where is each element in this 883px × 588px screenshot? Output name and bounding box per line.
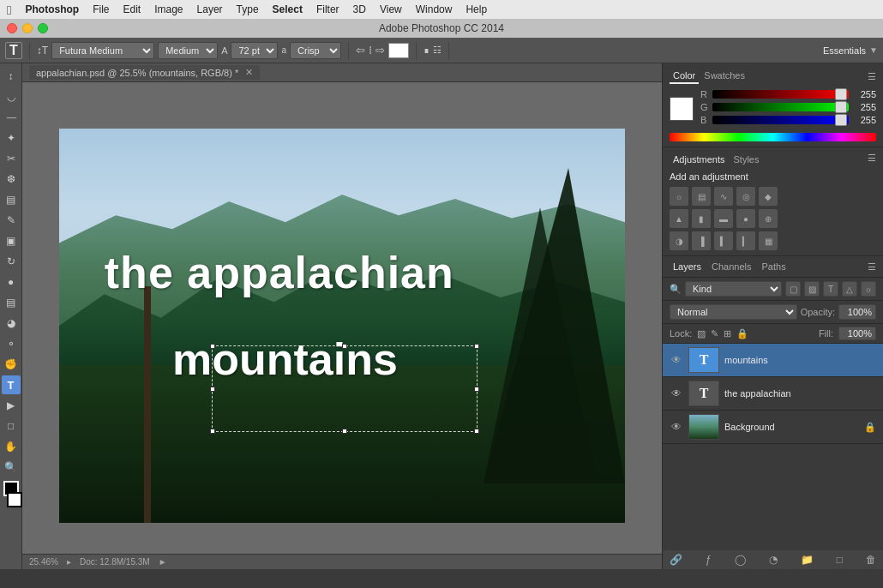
anti-alias-select[interactable]: Crisp: [290, 42, 341, 59]
menu-type[interactable]: Type: [237, 3, 259, 15]
levels-icon[interactable]: ▤: [692, 187, 711, 206]
gradient-map-icon[interactable]: ▎: [736, 231, 755, 250]
green-slider-thumb[interactable]: [835, 101, 847, 113]
color-panel-menu-icon[interactable]: ☰: [868, 71, 876, 82]
lock-image-icon[interactable]: ✎: [711, 328, 718, 339]
apple-menu[interactable]: : [7, 3, 11, 17]
align-right-icon[interactable]: ⇨: [375, 44, 385, 57]
selective-color-icon[interactable]: ▦: [759, 231, 778, 250]
layer-smart-icon[interactable]: ☼: [861, 281, 876, 297]
menu-3d[interactable]: 3D: [353, 3, 366, 15]
blue-slider[interactable]: [712, 116, 849, 124]
add-mask-icon[interactable]: ◯: [735, 554, 746, 566]
tab-paths[interactable]: Paths: [759, 260, 790, 273]
invert-icon[interactable]: ◑: [670, 231, 688, 250]
add-style-icon[interactable]: ƒ: [706, 554, 712, 566]
exposure-icon[interactable]: ◎: [736, 187, 755, 206]
layer-type-icon[interactable]: T: [823, 281, 838, 297]
add-folder-icon[interactable]: 📁: [801, 554, 814, 566]
layer-visibility-appalachian[interactable]: 👁: [670, 387, 683, 399]
red-slider[interactable]: [712, 90, 849, 99]
font-weight-select[interactable]: Medium: [158, 42, 218, 59]
color-balance-icon[interactable]: ▮: [692, 209, 711, 228]
heal-tool[interactable]: ▤: [2, 190, 21, 209]
curves-icon[interactable]: ∿: [714, 187, 733, 206]
add-layer-icon[interactable]: □: [837, 554, 843, 566]
tab-styles[interactable]: Styles: [730, 153, 763, 166]
bw-icon[interactable]: ▬: [714, 209, 733, 228]
brush-tool[interactable]: ✎: [2, 211, 21, 230]
menu-filter[interactable]: Filter: [316, 3, 339, 15]
green-slider[interactable]: [712, 103, 849, 111]
hue-sat-icon[interactable]: ▲: [670, 209, 688, 228]
stamp-tool[interactable]: ▣: [2, 231, 21, 250]
menu-file[interactable]: File: [93, 3, 109, 15]
tab-color[interactable]: Color: [670, 69, 699, 84]
gradient-tool[interactable]: ▤: [2, 293, 21, 312]
blend-mode-select[interactable]: Normal: [670, 304, 797, 320]
crop-tool[interactable]: ✂: [2, 149, 21, 168]
layer-visibility-mountains[interactable]: 👁: [670, 354, 683, 366]
font-size-select[interactable]: 72 pt: [231, 42, 278, 59]
tab-adjustments[interactable]: Adjustments: [670, 153, 729, 166]
layer-visibility-background[interactable]: 👁: [670, 421, 683, 433]
zoom-expand-icon[interactable]: ▸: [67, 557, 71, 567]
history-brush[interactable]: ↻: [2, 252, 21, 271]
tab-close-icon[interactable]: ✕: [245, 67, 253, 78]
red-slider-thumb[interactable]: [835, 88, 847, 100]
font-family-select[interactable]: Futura Medium: [51, 42, 154, 59]
tab-layers[interactable]: Layers: [670, 260, 705, 273]
move-tool[interactable]: ↕: [2, 67, 21, 86]
menu-help[interactable]: Help: [466, 3, 487, 15]
menu-image[interactable]: Image: [154, 3, 183, 15]
b-value[interactable]: 255: [852, 115, 876, 125]
text-color-swatch[interactable]: [388, 43, 409, 58]
add-adjustment-icon[interactable]: ◔: [769, 554, 778, 566]
tab-channels[interactable]: Channels: [708, 260, 754, 273]
opacity-input[interactable]: [838, 304, 876, 320]
align-left-icon[interactable]: ⇦: [356, 44, 365, 57]
layer-item-mountains[interactable]: 👁 T mountains: [663, 344, 883, 377]
wand-tool[interactable]: ✦: [2, 129, 21, 147]
adj-panel-menu-icon[interactable]: ☰: [868, 153, 876, 166]
photo-filter-icon[interactable]: ●: [736, 209, 755, 228]
layer-kind-select[interactable]: Kind: [685, 281, 782, 297]
warp-text-icon[interactable]: ∎: [423, 45, 429, 56]
posterize-icon[interactable]: ▐: [692, 231, 711, 250]
menu-window[interactable]: Window: [416, 3, 453, 15]
close-button[interactable]: [7, 23, 17, 33]
doc-info-expand[interactable]: ►: [159, 557, 167, 567]
g-value[interactable]: 255: [852, 102, 876, 112]
pen-tool[interactable]: ✊: [2, 355, 21, 374]
essentials-label[interactable]: Essentials: [823, 45, 866, 56]
r-value[interactable]: 255: [852, 89, 876, 99]
character-panel-icon[interactable]: ☷: [433, 45, 442, 56]
menu-layer[interactable]: Layer: [197, 3, 223, 15]
path-select[interactable]: ▶: [2, 396, 21, 415]
vibrance-icon[interactable]: ◆: [759, 187, 778, 206]
layers-panel-menu-icon[interactable]: ☰: [868, 261, 876, 273]
text-layer-mountains[interactable]: mountains: [172, 333, 398, 385]
marquee-tool[interactable]: ◡: [2, 87, 21, 106]
layer-item-appalachian[interactable]: 👁 T the appalachian: [663, 377, 883, 411]
menu-view[interactable]: View: [380, 3, 402, 15]
dodge-tool[interactable]: ⚬: [2, 334, 21, 353]
menu-select[interactable]: Select: [273, 3, 303, 15]
tab-swatches[interactable]: Swatches: [700, 69, 748, 84]
brightness-contrast-icon[interactable]: ☼: [670, 187, 688, 206]
lasso-tool[interactable]: ⸻: [2, 108, 21, 127]
minimize-button[interactable]: [22, 23, 33, 33]
layer-shape-icon[interactable]: △: [842, 281, 857, 297]
lock-all-icon[interactable]: 🔒: [736, 328, 748, 339]
layer-item-background[interactable]: 👁 Background 🔒: [663, 411, 883, 444]
delete-layer-icon[interactable]: 🗑: [866, 554, 876, 566]
shape-tool[interactable]: □: [2, 417, 21, 435]
zoom-tool[interactable]: 🔍: [2, 458, 21, 477]
align-center-icon[interactable]: ⁞: [369, 44, 372, 57]
current-color-swatch[interactable]: [670, 97, 694, 121]
menu-edit[interactable]: Edit: [123, 3, 141, 15]
essentials-chevron[interactable]: ▼: [869, 45, 878, 55]
maximize-button[interactable]: [38, 23, 48, 33]
blur-tool[interactable]: ◕: [2, 314, 21, 333]
link-layers-icon[interactable]: 🔗: [670, 554, 682, 566]
